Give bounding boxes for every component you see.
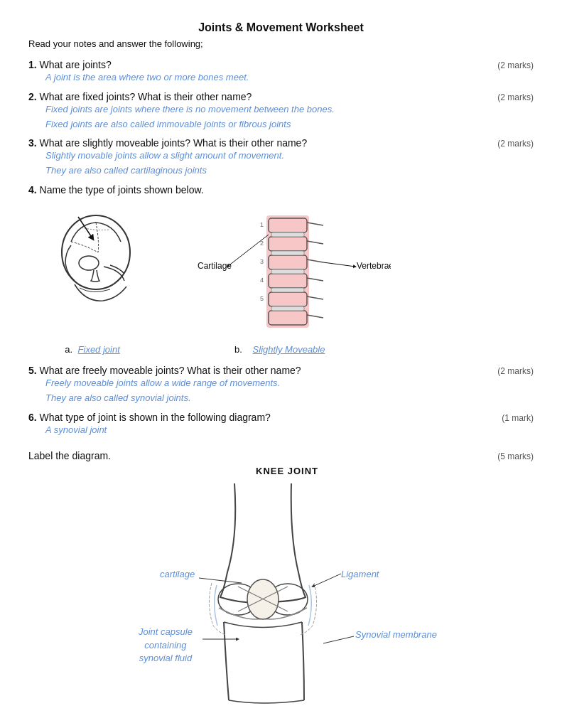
slightly-moveable-sublabel-b: b. [234,344,250,355]
question-5: 5. What are freely moveable joints? What… [28,365,534,406]
slightly-moveable-link[interactable]: Slightly Moveable [253,344,325,355]
svg-rect-12 [271,269,304,274]
cartilage-label: cartilage [160,569,195,579]
q5-text: 5. What are freely moveable joints? What… [28,365,490,376]
skull-svg [36,203,149,316]
joint-capsule-label: Joint capsulecontainingsynovial fluid [139,626,193,665]
q1-answer: A joint is the area where two or more bo… [45,70,534,85]
svg-text:Vertebrae: Vertebrae [357,261,391,271]
skull-diagram [36,203,149,316]
q6-answer: A synovial joint [45,423,534,438]
q3-marks: (2 marks) [497,139,534,149]
q5-answer: Freely moveable joints allow a wide rang… [45,376,534,406]
q1-text: 1. What are joints? [28,59,490,70]
q6-marks: (1 mark) [502,413,534,423]
svg-text:Cartilage: Cartilage [198,261,232,271]
q1-marks: (2 marks) [497,60,534,70]
svg-rect-14 [271,306,304,311]
svg-rect-10 [271,232,304,237]
q2-marks: (2 marks) [497,92,534,102]
question-4: 4. Name the type of joints shown below. [28,184,534,355]
svg-text:3: 3 [260,258,264,265]
q5-marks: (2 marks) [497,366,534,376]
knee-section: Label the diagram. (5 marks) KNEE JOINT [28,450,534,707]
svg-rect-11 [271,251,304,255]
fixed-joint-sublabel-a: a. [65,344,75,355]
knee-joint-title: KNEE JOINT [256,466,318,476]
q4-text: 4. Name the type of joints shown below. [28,184,534,196]
question-1: 1. What are joints? (2 marks) A joint is… [28,59,534,85]
knee-svg [121,480,419,707]
svg-text:4: 4 [260,277,264,284]
spine-svg: Cartilage Vertebrae 1 2 3 4 5 [192,210,391,338]
synovial-membrane-label: Synovial membrane [355,629,437,640]
fixed-joint-link[interactable]: Fixed joint [78,344,120,355]
q2-answer: Fixed joints are joints where there is n… [45,102,534,132]
q3-text: 3. What are slightly moveable joints? Wh… [28,137,490,149]
intro-text: Read your notes and answer the following… [28,38,534,49]
svg-text:5: 5 [260,295,264,302]
svg-line-16 [323,262,355,267]
q2-text: 2. What are fixed joints? What is their … [28,91,490,102]
svg-text:2: 2 [260,240,264,247]
label-diagram-text: Label the diagram. [28,450,111,461]
svg-rect-13 [271,288,304,292]
question-2: 2. What are fixed joints? What is their … [28,91,534,132]
knee-marks: (5 marks) [497,451,534,461]
question-3: 3. What are slightly moveable joints? Wh… [28,137,534,178]
svg-text:1: 1 [260,221,264,228]
question-6: 6. What type of joint is shown in the fo… [28,412,534,438]
q3-answer: Slightly movable joints allow a slight a… [45,149,534,178]
q6-text: 6. What type of joint is shown in the fo… [28,412,495,423]
ligament-label: Ligament [341,569,379,579]
page-title: Joints & Movement Worksheet [28,21,534,34]
spine-diagram: Cartilage Vertebrae 1 2 3 4 5 [192,210,391,338]
svg-point-2 [79,256,99,270]
